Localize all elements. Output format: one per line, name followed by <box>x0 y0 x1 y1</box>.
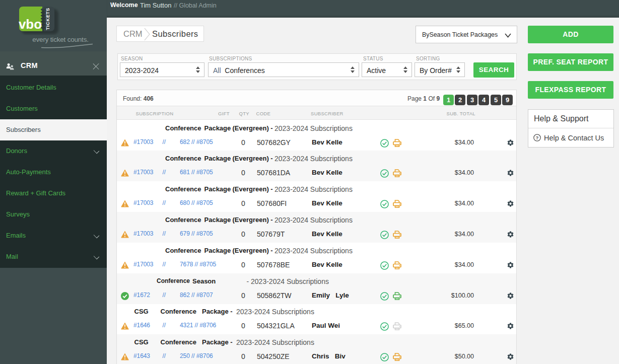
svg-text:TICKETS: TICKETS <box>45 8 50 30</box>
svg-text:vbo: vbo <box>19 17 42 32</box>
svg-text:?: ? <box>536 135 539 140</box>
